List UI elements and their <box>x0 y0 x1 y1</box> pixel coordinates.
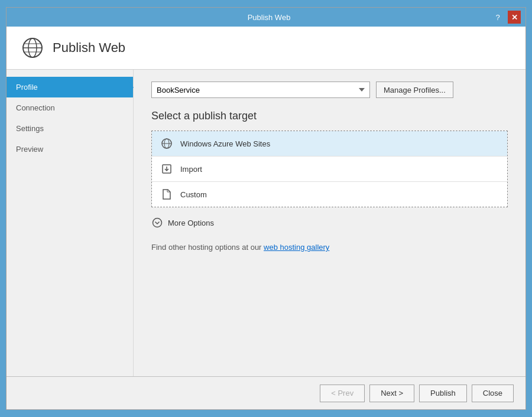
sidebar-item-settings[interactable]: Settings <box>7 118 133 139</box>
targets-list: Windows Azure Web Sites Import <box>151 131 508 207</box>
sidebar: Profile Connection Settings Preview <box>7 70 134 376</box>
title-bar: Publish Web ? ✕ <box>7 8 525 27</box>
header-area: Publish Web <box>7 27 525 70</box>
target-item-custom[interactable]: Custom <box>152 182 507 207</box>
custom-icon <box>160 188 173 201</box>
manage-profiles-button[interactable]: Manage Profiles... <box>376 82 453 98</box>
next-button[interactable]: Next > <box>369 385 414 402</box>
publish-web-icon <box>21 36 44 60</box>
svg-point-10 <box>153 219 162 227</box>
right-panel: BookService Manage Profiles... Select a … <box>134 70 525 376</box>
more-options-label: More Options <box>168 219 214 227</box>
target-item-azure[interactable]: Windows Azure Web Sites <box>152 131 507 157</box>
title-bar-controls: ? ✕ <box>491 11 521 24</box>
web-hosting-gallery-link[interactable]: web hosting gallery <box>264 243 329 252</box>
azure-icon <box>160 137 173 150</box>
target-label: Custom <box>180 190 207 199</box>
header-title: Publish Web <box>53 40 125 56</box>
prev-button[interactable]: < Prev <box>320 385 365 402</box>
target-label: Import <box>180 165 202 174</box>
hosting-text-label: Find other hosting options at our <box>151 243 264 252</box>
more-options-row[interactable]: More Options <box>151 217 508 229</box>
sidebar-item-label: Profile <box>16 83 38 92</box>
sidebar-item-preview[interactable]: Preview <box>7 139 133 159</box>
footer: < Prev Next > Publish Close <box>7 376 525 409</box>
import-icon <box>160 162 173 175</box>
publish-button[interactable]: Publish <box>419 385 467 402</box>
close-button[interactable]: ✕ <box>508 11 521 24</box>
chevron-down-icon <box>151 217 163 229</box>
section-title: Select a publish target <box>151 110 508 122</box>
sidebar-item-label: Settings <box>16 124 44 133</box>
publish-web-dialog: Publish Web ? ✕ Publish Web Profile C <box>6 7 526 410</box>
sidebar-item-label: Connection <box>16 103 55 112</box>
target-item-import[interactable]: Import <box>152 157 507 182</box>
hosting-text: Find other hosting options at our web ho… <box>151 243 508 252</box>
close-footer-button[interactable]: Close <box>472 385 514 402</box>
profile-select[interactable]: BookService <box>151 82 370 98</box>
profile-row: BookService Manage Profiles... <box>151 82 508 98</box>
window-title: Publish Web <box>47 13 491 22</box>
sidebar-item-profile[interactable]: Profile <box>7 77 133 97</box>
target-label: Windows Azure Web Sites <box>180 139 270 148</box>
main-content: Profile Connection Settings Preview Book… <box>7 70 525 376</box>
sidebar-item-label: Preview <box>16 145 43 154</box>
sidebar-item-connection[interactable]: Connection <box>7 97 133 118</box>
help-button[interactable]: ? <box>491 11 504 24</box>
